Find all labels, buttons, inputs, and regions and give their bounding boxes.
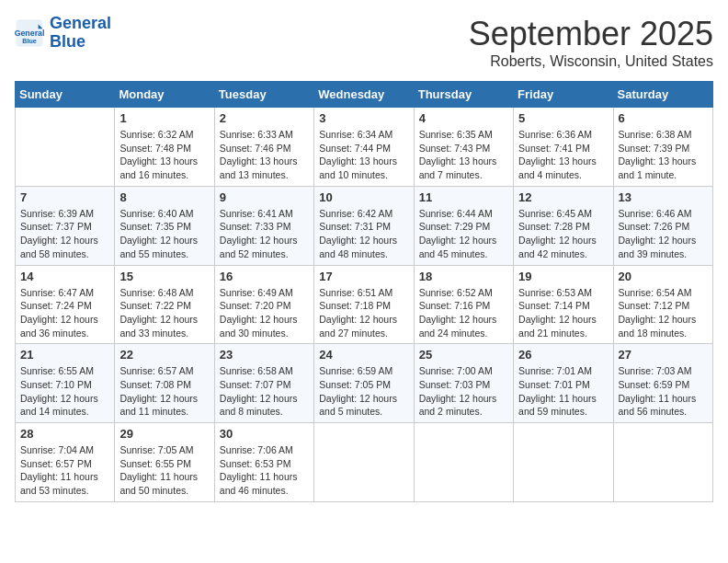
day-number: 8	[119, 190, 209, 204]
calendar-cell: 23Sunrise: 6:58 AMSunset: 7:07 PMDayligh…	[214, 344, 313, 423]
day-info: Sunrise: 6:52 AMSunset: 7:16 PMDaylight:…	[419, 286, 508, 340]
day-number: 22	[119, 348, 209, 362]
day-number: 16	[220, 270, 309, 283]
day-info: Sunrise: 6:49 AMSunset: 7:20 PMDaylight:…	[220, 286, 309, 340]
day-number: 30	[220, 427, 309, 441]
logo-icon: General Blue	[15, 18, 44, 48]
title-block: September 2025 Roberts, Wisconsin, Unite…	[469, 15, 713, 70]
day-number: 13	[619, 190, 708, 204]
day-info: Sunrise: 7:03 AMSunset: 6:59 PMDaylight:…	[619, 364, 708, 419]
day-info: Sunrise: 6:51 AMSunset: 7:18 PMDaylight:…	[319, 286, 408, 340]
day-info: Sunrise: 6:57 AMSunset: 7:08 PMDaylight:…	[119, 364, 209, 419]
logo: General Blue General Blue	[15, 15, 111, 52]
day-number: 21	[20, 348, 109, 362]
calendar-cell: 5Sunrise: 6:36 AMSunset: 7:41 PMDaylight…	[514, 108, 613, 187]
day-info: Sunrise: 6:35 AMSunset: 7:43 PMDaylight:…	[419, 128, 508, 182]
day-number: 9	[220, 190, 309, 204]
day-info: Sunrise: 6:39 AMSunset: 7:37 PMDaylight:…	[20, 207, 109, 261]
day-info: Sunrise: 6:53 AMSunset: 7:14 PMDaylight:…	[518, 286, 608, 340]
calendar-table: SundayMondayTuesdayWednesdayThursdayFrid…	[15, 81, 713, 502]
calendar-cell: 20Sunrise: 6:54 AMSunset: 7:12 PMDayligh…	[613, 265, 712, 344]
header-tuesday: Tuesday	[214, 82, 313, 108]
calendar-cell: 25Sunrise: 7:00 AMSunset: 7:03 PMDayligh…	[414, 344, 513, 423]
calendar-cell: 7Sunrise: 6:39 AMSunset: 7:37 PMDaylight…	[16, 186, 115, 265]
calendar-header-row: SundayMondayTuesdayWednesdayThursdayFrid…	[16, 82, 713, 108]
header-sunday: Sunday	[16, 82, 115, 108]
day-number: 7	[20, 190, 109, 204]
day-number: 6	[619, 111, 708, 125]
calendar-cell: 11Sunrise: 6:44 AMSunset: 7:29 PMDayligh…	[414, 186, 513, 265]
calendar-cell: 12Sunrise: 6:45 AMSunset: 7:28 PMDayligh…	[514, 186, 613, 265]
day-number: 11	[419, 190, 508, 204]
day-info: Sunrise: 6:34 AMSunset: 7:44 PMDaylight:…	[319, 128, 408, 182]
calendar-cell: 18Sunrise: 6:52 AMSunset: 7:16 PMDayligh…	[414, 265, 513, 344]
header-thursday: Thursday	[414, 82, 513, 108]
day-info: Sunrise: 6:55 AMSunset: 7:10 PMDaylight:…	[20, 364, 109, 419]
calendar-cell: 28Sunrise: 7:04 AMSunset: 6:57 PMDayligh…	[16, 423, 115, 502]
header-saturday: Saturday	[613, 82, 712, 108]
day-info: Sunrise: 6:45 AMSunset: 7:28 PMDaylight:…	[518, 207, 608, 261]
calendar-cell: 19Sunrise: 6:53 AMSunset: 7:14 PMDayligh…	[514, 265, 613, 344]
day-info: Sunrise: 6:54 AMSunset: 7:12 PMDaylight:…	[619, 286, 708, 340]
calendar-cell: 29Sunrise: 7:05 AMSunset: 6:55 PMDayligh…	[115, 423, 214, 502]
svg-text:Blue: Blue	[22, 37, 37, 45]
day-number: 26	[518, 348, 608, 362]
calendar-cell: 3Sunrise: 6:34 AMSunset: 7:44 PMDaylight…	[314, 108, 414, 187]
calendar-cell: 6Sunrise: 6:38 AMSunset: 7:39 PMDaylight…	[613, 108, 712, 187]
day-number: 25	[419, 348, 508, 362]
day-info: Sunrise: 7:01 AMSunset: 7:01 PMDaylight:…	[518, 364, 608, 419]
calendar-cell: 24Sunrise: 6:59 AMSunset: 7:05 PMDayligh…	[314, 344, 414, 423]
header-wednesday: Wednesday	[314, 82, 414, 108]
day-number: 23	[220, 348, 309, 362]
day-info: Sunrise: 6:44 AMSunset: 7:29 PMDaylight:…	[419, 207, 508, 261]
day-info: Sunrise: 7:00 AMSunset: 7:03 PMDaylight:…	[419, 364, 508, 419]
calendar-cell: 9Sunrise: 6:41 AMSunset: 7:33 PMDaylight…	[214, 186, 313, 265]
day-number: 12	[518, 190, 608, 204]
day-number: 18	[419, 270, 508, 283]
week-row-1: 1Sunrise: 6:32 AMSunset: 7:48 PMDaylight…	[16, 108, 713, 187]
day-info: Sunrise: 6:46 AMSunset: 7:26 PMDaylight:…	[619, 207, 708, 261]
calendar-cell: 27Sunrise: 7:03 AMSunset: 6:59 PMDayligh…	[613, 344, 712, 423]
day-number: 24	[319, 348, 408, 362]
calendar-cell: 30Sunrise: 7:06 AMSunset: 6:53 PMDayligh…	[214, 423, 313, 502]
day-number: 3	[319, 111, 408, 125]
calendar-cell: 14Sunrise: 6:47 AMSunset: 7:24 PMDayligh…	[16, 265, 115, 344]
calendar-cell	[514, 423, 613, 502]
day-number: 5	[518, 111, 608, 125]
calendar-cell: 15Sunrise: 6:48 AMSunset: 7:22 PMDayligh…	[115, 265, 214, 344]
day-number: 4	[419, 111, 508, 125]
day-info: Sunrise: 6:47 AMSunset: 7:24 PMDaylight:…	[20, 286, 109, 340]
day-info: Sunrise: 7:05 AMSunset: 6:55 PMDaylight:…	[119, 443, 209, 498]
week-row-4: 21Sunrise: 6:55 AMSunset: 7:10 PMDayligh…	[16, 344, 713, 423]
logo-text: General Blue	[50, 15, 111, 52]
day-info: Sunrise: 6:38 AMSunset: 7:39 PMDaylight:…	[619, 128, 708, 182]
day-info: Sunrise: 6:40 AMSunset: 7:35 PMDaylight:…	[119, 207, 209, 261]
day-number: 14	[20, 270, 109, 283]
calendar-cell	[16, 108, 115, 187]
day-info: Sunrise: 6:32 AMSunset: 7:48 PMDaylight:…	[119, 128, 209, 182]
page-header: General Blue General Blue September 2025…	[15, 15, 713, 70]
day-info: Sunrise: 6:36 AMSunset: 7:41 PMDaylight:…	[518, 128, 608, 182]
calendar-cell: 21Sunrise: 6:55 AMSunset: 7:10 PMDayligh…	[16, 344, 115, 423]
day-number: 20	[619, 270, 708, 283]
calendar-cell: 4Sunrise: 6:35 AMSunset: 7:43 PMDaylight…	[414, 108, 513, 187]
header-friday: Friday	[514, 82, 613, 108]
day-number: 19	[518, 270, 608, 283]
calendar-cell	[314, 423, 414, 502]
day-number: 1	[119, 111, 209, 125]
day-number: 17	[319, 270, 408, 283]
calendar-cell: 2Sunrise: 6:33 AMSunset: 7:46 PMDaylight…	[214, 108, 313, 187]
day-info: Sunrise: 6:48 AMSunset: 7:22 PMDaylight:…	[119, 286, 209, 340]
day-info: Sunrise: 7:04 AMSunset: 6:57 PMDaylight:…	[20, 443, 109, 498]
calendar-cell: 10Sunrise: 6:42 AMSunset: 7:31 PMDayligh…	[314, 186, 414, 265]
calendar-cell: 13Sunrise: 6:46 AMSunset: 7:26 PMDayligh…	[613, 186, 712, 265]
calendar-cell: 16Sunrise: 6:49 AMSunset: 7:20 PMDayligh…	[214, 265, 313, 344]
day-number: 2	[220, 111, 309, 125]
day-info: Sunrise: 7:06 AMSunset: 6:53 PMDaylight:…	[220, 443, 309, 498]
header-monday: Monday	[115, 82, 214, 108]
calendar-cell	[414, 423, 513, 502]
calendar-cell: 1Sunrise: 6:32 AMSunset: 7:48 PMDaylight…	[115, 108, 214, 187]
week-row-5: 28Sunrise: 7:04 AMSunset: 6:57 PMDayligh…	[16, 423, 713, 502]
week-row-3: 14Sunrise: 6:47 AMSunset: 7:24 PMDayligh…	[16, 265, 713, 344]
day-info: Sunrise: 6:59 AMSunset: 7:05 PMDaylight:…	[319, 364, 408, 419]
